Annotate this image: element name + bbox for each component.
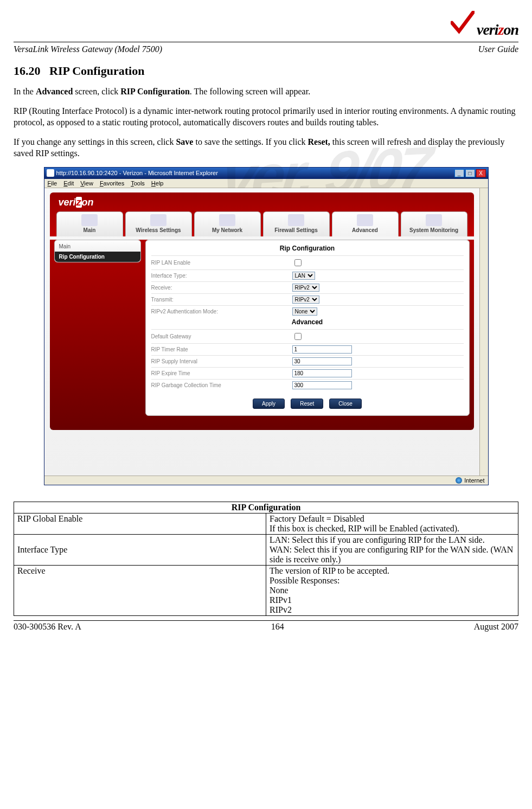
scrollbar[interactable] (479, 188, 488, 476)
label-garbage: RIP Garbage Collection Time (151, 382, 292, 388)
config-panel: Rip Configuration RIP LAN Enable Interfa… (145, 240, 470, 416)
window-title: http://10.16.90.10:2420 - Verizon - Micr… (56, 170, 218, 176)
brand-prefix: veri (477, 21, 498, 38)
auth-mode-select[interactable]: None (292, 307, 317, 316)
menu-file[interactable]: File (48, 180, 57, 187)
tab-firewall[interactable]: Firewall Settings (263, 211, 330, 236)
default-gateway-checkbox[interactable] (294, 333, 302, 340)
table-cell: LAN: Select this if you are configuring … (266, 534, 518, 565)
garbage-input[interactable] (292, 381, 352, 389)
label-interface-type: Interface Type: (151, 273, 292, 279)
paragraph-1: In the Advanced screen, click RIP Config… (14, 86, 518, 98)
tab-main[interactable]: Main (56, 211, 123, 236)
page-footer: 030-300536 Rev. A 164 August 2007 (14, 620, 518, 632)
check-icon (451, 11, 475, 35)
minimize-button[interactable]: _ (454, 169, 464, 177)
label-expire-time: RIP Expire Time (151, 370, 292, 376)
status-right: Internet (464, 477, 484, 484)
table-cell: Factory Default = Disabled If this box i… (266, 513, 518, 534)
brand-suffix: on (503, 21, 518, 38)
tab-advanced[interactable]: Advanced (332, 211, 399, 236)
apply-button[interactable]: Apply (253, 399, 285, 409)
wireless-icon (150, 214, 166, 226)
advanced-icon (357, 214, 373, 226)
label-timer-rate: RIP Timer Rate (151, 346, 292, 352)
maximize-button[interactable]: □ (465, 169, 475, 177)
status-bar: Internet (44, 476, 488, 485)
table-row: RIP Global Enable Factory Default = Disa… (14, 513, 518, 534)
close-panel-button[interactable]: Close (329, 399, 362, 409)
network-icon (219, 214, 235, 226)
breadcrumb: Main Rip Configuration (54, 240, 141, 262)
breadcrumb-current: Rip Configuration (55, 252, 140, 262)
browser-window: http://10.16.90.10:2420 - Verizon - Micr… (44, 167, 489, 485)
globe-icon (456, 477, 462, 484)
titlebar: http://10.16.90.10:2420 - Verizon - Micr… (44, 168, 488, 179)
interface-type-select[interactable]: LAN (292, 272, 315, 280)
table-cell: RIP Global Enable (14, 513, 266, 534)
table-cell: Receive (14, 565, 266, 615)
transmit-select[interactable]: RIPv2 (292, 296, 319, 304)
label-default-gateway: Default Gateway (151, 333, 292, 339)
menu-edit[interactable]: Edit (63, 180, 74, 187)
label-transmit: Transmit: (151, 297, 292, 303)
menu-tools[interactable]: Tools (131, 180, 145, 187)
brand-z: z (498, 21, 504, 38)
menubar: File Edit View Favorites Tools Help (44, 179, 488, 188)
rip-lan-enable-checkbox[interactable] (294, 259, 302, 266)
ie-icon (47, 169, 54, 177)
breadcrumb-main[interactable]: Main (59, 243, 71, 249)
panel-title-2: Advanced (151, 318, 464, 326)
label-rip-lan-enable: RIP LAN Enable (151, 260, 292, 266)
description-table: RIP Configuration RIP Global Enable Fact… (14, 502, 518, 616)
main-icon (81, 214, 98, 226)
label-auth-mode: RIPv2 Authentication Mode: (151, 309, 292, 314)
tab-wireless[interactable]: Wireless Settings (125, 211, 192, 236)
tab-network[interactable]: My Network (194, 211, 261, 236)
footer-center: 164 (271, 622, 284, 632)
header-right: User Guide (478, 44, 518, 54)
router-logo: verizon (59, 197, 467, 208)
menu-favorites[interactable]: Favorites (100, 180, 124, 187)
table-cell: Interface Type (14, 534, 266, 565)
label-supply-interval: RIP Supply Interval (151, 358, 292, 364)
monitoring-icon (426, 214, 442, 226)
section-title: 16.20 RIP Configuration (14, 64, 518, 78)
table-header: RIP Configuration (14, 502, 518, 513)
receive-select[interactable]: RIPv2 (292, 284, 319, 292)
footer-right: August 2007 (474, 622, 518, 632)
paragraph-2: RIP (Routing Interface Protocol) is a dy… (14, 105, 518, 129)
label-receive: Receive: (151, 285, 292, 291)
footer-left: 030-300536 Rev. A (14, 622, 81, 632)
timer-rate-input[interactable] (292, 345, 352, 354)
firewall-icon (288, 214, 304, 226)
paragraph-3: If you change any settings in this scree… (14, 136, 518, 159)
brand-logo: verizon (14, 11, 518, 38)
table-row: Interface Type LAN: Select this if you a… (14, 534, 518, 565)
supply-interval-input[interactable] (292, 357, 352, 365)
menu-help[interactable]: Help (151, 180, 164, 187)
close-button[interactable]: X (476, 169, 486, 177)
menu-view[interactable]: View (80, 180, 93, 187)
table-row: Receive The version of RIP to be accepte… (14, 565, 518, 615)
table-cell: The version of RIP to be accepted. Possi… (266, 565, 518, 615)
panel-title-1: Rip Configuration (151, 245, 464, 252)
tab-monitoring[interactable]: System Monitoring (401, 211, 467, 236)
header-left: VersaLink Wireless Gateway (Model 7500) (14, 44, 162, 54)
reset-button[interactable]: Reset (291, 399, 323, 409)
expire-time-input[interactable] (292, 369, 352, 377)
